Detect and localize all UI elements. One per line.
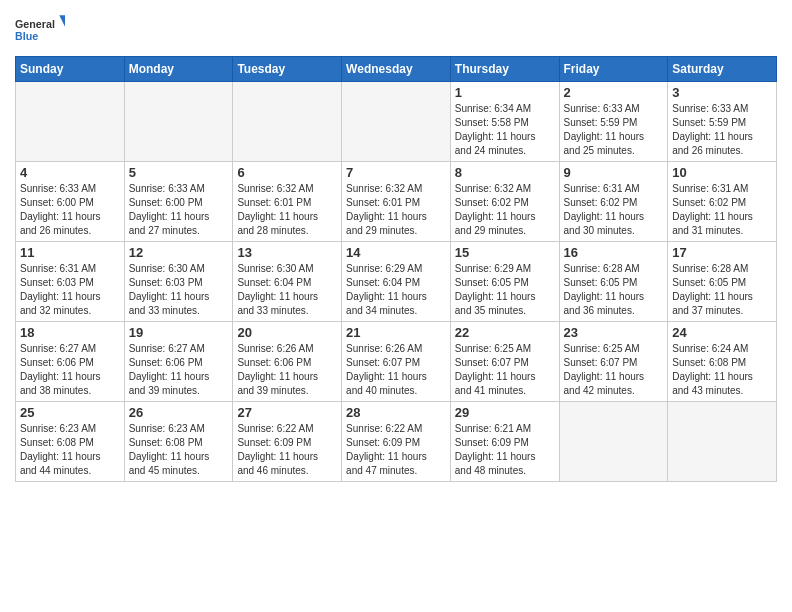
calendar-cell xyxy=(233,82,342,162)
day-number: 12 xyxy=(129,245,229,260)
calendar-cell: 3Sunrise: 6:33 AM Sunset: 5:59 PM Daylig… xyxy=(668,82,777,162)
days-header-row: SundayMondayTuesdayWednesdayThursdayFrid… xyxy=(16,57,777,82)
day-info: Sunrise: 6:27 AM Sunset: 6:06 PM Dayligh… xyxy=(20,342,120,398)
day-number: 25 xyxy=(20,405,120,420)
calendar-cell: 12Sunrise: 6:30 AM Sunset: 6:03 PM Dayli… xyxy=(124,242,233,322)
day-number: 16 xyxy=(564,245,664,260)
day-info: Sunrise: 6:23 AM Sunset: 6:08 PM Dayligh… xyxy=(20,422,120,478)
logo: General Blue xyxy=(15,10,65,50)
calendar-cell: 2Sunrise: 6:33 AM Sunset: 5:59 PM Daylig… xyxy=(559,82,668,162)
calendar-cell xyxy=(559,402,668,482)
day-number: 6 xyxy=(237,165,337,180)
day-number: 29 xyxy=(455,405,555,420)
day-number: 3 xyxy=(672,85,772,100)
calendar-cell xyxy=(668,402,777,482)
calendar-cell: 26Sunrise: 6:23 AM Sunset: 6:08 PM Dayli… xyxy=(124,402,233,482)
day-number: 24 xyxy=(672,325,772,340)
day-info: Sunrise: 6:22 AM Sunset: 6:09 PM Dayligh… xyxy=(237,422,337,478)
day-info: Sunrise: 6:34 AM Sunset: 5:58 PM Dayligh… xyxy=(455,102,555,158)
calendar-cell: 13Sunrise: 6:30 AM Sunset: 6:04 PM Dayli… xyxy=(233,242,342,322)
calendar-cell: 28Sunrise: 6:22 AM Sunset: 6:09 PM Dayli… xyxy=(342,402,451,482)
day-info: Sunrise: 6:33 AM Sunset: 5:59 PM Dayligh… xyxy=(564,102,664,158)
calendar-cell: 10Sunrise: 6:31 AM Sunset: 6:02 PM Dayli… xyxy=(668,162,777,242)
calendar-cell: 9Sunrise: 6:31 AM Sunset: 6:02 PM Daylig… xyxy=(559,162,668,242)
day-number: 17 xyxy=(672,245,772,260)
day-number: 7 xyxy=(346,165,446,180)
day-number: 4 xyxy=(20,165,120,180)
calendar-cell: 24Sunrise: 6:24 AM Sunset: 6:08 PM Dayli… xyxy=(668,322,777,402)
day-info: Sunrise: 6:26 AM Sunset: 6:06 PM Dayligh… xyxy=(237,342,337,398)
day-number: 26 xyxy=(129,405,229,420)
calendar-cell: 15Sunrise: 6:29 AM Sunset: 6:05 PM Dayli… xyxy=(450,242,559,322)
calendar-cell: 19Sunrise: 6:27 AM Sunset: 6:06 PM Dayli… xyxy=(124,322,233,402)
calendar-cell: 25Sunrise: 6:23 AM Sunset: 6:08 PM Dayli… xyxy=(16,402,125,482)
day-info: Sunrise: 6:25 AM Sunset: 6:07 PM Dayligh… xyxy=(564,342,664,398)
header-monday: Monday xyxy=(124,57,233,82)
day-number: 19 xyxy=(129,325,229,340)
day-info: Sunrise: 6:29 AM Sunset: 6:04 PM Dayligh… xyxy=(346,262,446,318)
day-info: Sunrise: 6:30 AM Sunset: 6:04 PM Dayligh… xyxy=(237,262,337,318)
day-info: Sunrise: 6:32 AM Sunset: 6:02 PM Dayligh… xyxy=(455,182,555,238)
day-info: Sunrise: 6:31 AM Sunset: 6:02 PM Dayligh… xyxy=(564,182,664,238)
calendar-cell: 21Sunrise: 6:26 AM Sunset: 6:07 PM Dayli… xyxy=(342,322,451,402)
day-number: 18 xyxy=(20,325,120,340)
day-info: Sunrise: 6:33 AM Sunset: 6:00 PM Dayligh… xyxy=(129,182,229,238)
day-number: 28 xyxy=(346,405,446,420)
week-row-5: 25Sunrise: 6:23 AM Sunset: 6:08 PM Dayli… xyxy=(16,402,777,482)
day-info: Sunrise: 6:23 AM Sunset: 6:08 PM Dayligh… xyxy=(129,422,229,478)
day-number: 13 xyxy=(237,245,337,260)
day-number: 27 xyxy=(237,405,337,420)
calendar-cell: 23Sunrise: 6:25 AM Sunset: 6:07 PM Dayli… xyxy=(559,322,668,402)
calendar-cell: 27Sunrise: 6:22 AM Sunset: 6:09 PM Dayli… xyxy=(233,402,342,482)
calendar-cell: 14Sunrise: 6:29 AM Sunset: 6:04 PM Dayli… xyxy=(342,242,451,322)
day-info: Sunrise: 6:30 AM Sunset: 6:03 PM Dayligh… xyxy=(129,262,229,318)
day-info: Sunrise: 6:26 AM Sunset: 6:07 PM Dayligh… xyxy=(346,342,446,398)
svg-marker-2 xyxy=(59,15,65,26)
day-info: Sunrise: 6:22 AM Sunset: 6:09 PM Dayligh… xyxy=(346,422,446,478)
day-number: 14 xyxy=(346,245,446,260)
week-row-1: 1Sunrise: 6:34 AM Sunset: 5:58 PM Daylig… xyxy=(16,82,777,162)
day-number: 1 xyxy=(455,85,555,100)
day-number: 5 xyxy=(129,165,229,180)
day-number: 2 xyxy=(564,85,664,100)
day-info: Sunrise: 6:29 AM Sunset: 6:05 PM Dayligh… xyxy=(455,262,555,318)
calendar-cell: 5Sunrise: 6:33 AM Sunset: 6:00 PM Daylig… xyxy=(124,162,233,242)
page-header: General Blue xyxy=(15,10,777,50)
day-number: 8 xyxy=(455,165,555,180)
day-info: Sunrise: 6:31 AM Sunset: 6:02 PM Dayligh… xyxy=(672,182,772,238)
week-row-4: 18Sunrise: 6:27 AM Sunset: 6:06 PM Dayli… xyxy=(16,322,777,402)
header-saturday: Saturday xyxy=(668,57,777,82)
calendar-cell: 4Sunrise: 6:33 AM Sunset: 6:00 PM Daylig… xyxy=(16,162,125,242)
calendar-table: SundayMondayTuesdayWednesdayThursdayFrid… xyxy=(15,56,777,482)
day-info: Sunrise: 6:21 AM Sunset: 6:09 PM Dayligh… xyxy=(455,422,555,478)
day-number: 9 xyxy=(564,165,664,180)
week-row-2: 4Sunrise: 6:33 AM Sunset: 6:00 PM Daylig… xyxy=(16,162,777,242)
calendar-cell: 7Sunrise: 6:32 AM Sunset: 6:01 PM Daylig… xyxy=(342,162,451,242)
logo-icon: General Blue xyxy=(15,10,65,50)
day-info: Sunrise: 6:32 AM Sunset: 6:01 PM Dayligh… xyxy=(346,182,446,238)
day-info: Sunrise: 6:32 AM Sunset: 6:01 PM Dayligh… xyxy=(237,182,337,238)
calendar-cell: 20Sunrise: 6:26 AM Sunset: 6:06 PM Dayli… xyxy=(233,322,342,402)
calendar-cell: 29Sunrise: 6:21 AM Sunset: 6:09 PM Dayli… xyxy=(450,402,559,482)
day-number: 21 xyxy=(346,325,446,340)
calendar-cell xyxy=(342,82,451,162)
header-sunday: Sunday xyxy=(16,57,125,82)
header-wednesday: Wednesday xyxy=(342,57,451,82)
calendar-cell xyxy=(124,82,233,162)
day-number: 11 xyxy=(20,245,120,260)
calendar-cell: 22Sunrise: 6:25 AM Sunset: 6:07 PM Dayli… xyxy=(450,322,559,402)
header-thursday: Thursday xyxy=(450,57,559,82)
calendar-cell: 17Sunrise: 6:28 AM Sunset: 6:05 PM Dayli… xyxy=(668,242,777,322)
day-info: Sunrise: 6:25 AM Sunset: 6:07 PM Dayligh… xyxy=(455,342,555,398)
header-tuesday: Tuesday xyxy=(233,57,342,82)
svg-text:General: General xyxy=(15,18,55,30)
day-info: Sunrise: 6:24 AM Sunset: 6:08 PM Dayligh… xyxy=(672,342,772,398)
calendar-cell: 8Sunrise: 6:32 AM Sunset: 6:02 PM Daylig… xyxy=(450,162,559,242)
day-number: 20 xyxy=(237,325,337,340)
calendar-cell xyxy=(16,82,125,162)
day-info: Sunrise: 6:27 AM Sunset: 6:06 PM Dayligh… xyxy=(129,342,229,398)
day-number: 15 xyxy=(455,245,555,260)
day-info: Sunrise: 6:31 AM Sunset: 6:03 PM Dayligh… xyxy=(20,262,120,318)
day-info: Sunrise: 6:33 AM Sunset: 5:59 PM Dayligh… xyxy=(672,102,772,158)
day-info: Sunrise: 6:33 AM Sunset: 6:00 PM Dayligh… xyxy=(20,182,120,238)
